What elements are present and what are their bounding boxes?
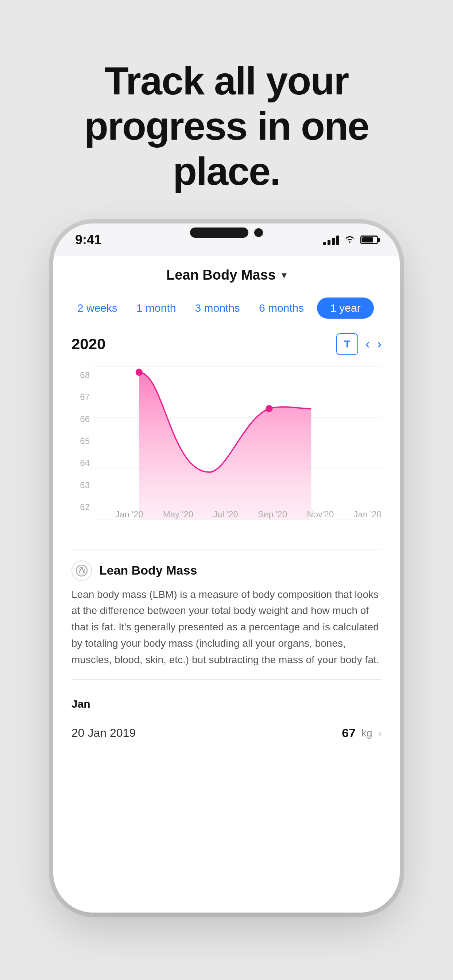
x-label-may20: May '20 <box>163 509 193 520</box>
info-description: Lean body mass (LBM) is a measure of bod… <box>72 587 381 668</box>
x-label-sep20: Sep '20 <box>258 509 287 520</box>
app-header-title: Lean Body Mass <box>166 267 276 283</box>
period-tabs: 2 weeks 1 month 3 months 6 months 1 year <box>72 290 381 326</box>
prev-arrow-icon[interactable]: ‹ <box>365 337 370 352</box>
y-label-63: 63 <box>72 480 90 490</box>
phone-notch <box>168 223 285 242</box>
chart-area-fill <box>139 372 311 520</box>
data-section: Jan 20 Jan 2019 67 kg › <box>72 679 381 752</box>
notch-dot <box>254 228 263 237</box>
x-label-nov20: Nov'20 <box>307 509 334 520</box>
year-row: 2020 T ‹ › <box>72 326 381 359</box>
grid-line-62 <box>93 520 381 520</box>
t-button[interactable]: T <box>336 333 358 355</box>
phone-content: Lean Body Mass ▾ 2 weeks 1 month 3 month… <box>53 256 400 913</box>
battery-icon <box>360 235 378 244</box>
chart-x-axis: Jan '20 May '20 Jul '20 Sep '20 Nov'20 J… <box>115 506 381 520</box>
tab-1year[interactable]: 1 year <box>317 298 373 319</box>
battery-fill <box>362 237 373 242</box>
chart-area: Jan '20 May '20 Jul '20 Sep '20 Nov'20 J… <box>93 366 381 520</box>
header-chevron-icon[interactable]: ▾ <box>282 269 287 281</box>
data-row-chevron-icon: › <box>378 727 381 739</box>
info-title: Lean Body Mass <box>99 563 197 578</box>
phone-frame: 9:41 <box>53 223 400 913</box>
wifi-icon <box>344 234 356 246</box>
info-section: Lean Body Mass Lean body mass (LBM) is a… <box>72 549 381 679</box>
chart-y-axis: 68 67 66 65 64 63 62 <box>72 366 90 512</box>
phone-wrapper: 9:41 <box>53 223 400 913</box>
y-label-62: 62 <box>72 502 90 512</box>
y-label-66: 66 <box>72 414 90 425</box>
status-time: 9:41 <box>75 232 101 248</box>
tab-6months[interactable]: 6 months <box>253 299 309 317</box>
data-row[interactable]: 20 Jan 2019 67 kg › <box>72 714 381 752</box>
app-header: Lean Body Mass ▾ <box>72 256 381 290</box>
tab-1month[interactable]: 1 month <box>131 299 182 317</box>
y-label-64: 64 <box>72 458 90 468</box>
status-bar: 9:41 <box>53 223 400 256</box>
chart-container: 68 67 66 65 64 63 62 <box>72 366 381 541</box>
hero-section: Track all your progress in one place. <box>0 0 453 223</box>
y-label-68: 68 <box>72 370 90 380</box>
signal-bar-2 <box>327 240 330 245</box>
year-label: 2020 <box>72 336 105 353</box>
x-label-jul20: Jul '20 <box>213 509 238 520</box>
x-label-jan20-end: Jan '20 <box>353 509 381 520</box>
data-date: 20 Jan 2019 <box>72 726 136 740</box>
hero-title: Track all your progress in one place. <box>29 58 424 194</box>
chart-dot-left <box>136 369 143 376</box>
y-label-65: 65 <box>72 436 90 446</box>
chart-divider <box>72 359 381 360</box>
signal-bar-1 <box>323 242 326 245</box>
tab-2weeks[interactable]: 2 weeks <box>72 299 123 317</box>
data-value: 67 <box>342 726 356 740</box>
notch-pill <box>190 228 248 238</box>
next-arrow-icon[interactable]: › <box>377 337 381 352</box>
data-month-label: Jan <box>72 690 381 714</box>
chart-dot-right <box>266 405 273 412</box>
year-controls: T ‹ › <box>336 333 381 355</box>
chart-svg <box>93 366 381 520</box>
tab-3months[interactable]: 3 months <box>189 299 246 317</box>
signal-bar-4 <box>336 235 339 245</box>
data-unit: kg <box>362 727 372 739</box>
signal-bars-icon <box>323 235 339 245</box>
info-header: Lean Body Mass <box>72 560 381 581</box>
signal-bar-3 <box>332 238 335 245</box>
y-label-67: 67 <box>72 392 90 402</box>
data-value-group: 67 kg › <box>342 726 381 740</box>
x-label-jan20-start: Jan '20 <box>115 509 144 520</box>
status-icons <box>323 234 378 246</box>
lean-body-mass-icon <box>72 560 92 581</box>
